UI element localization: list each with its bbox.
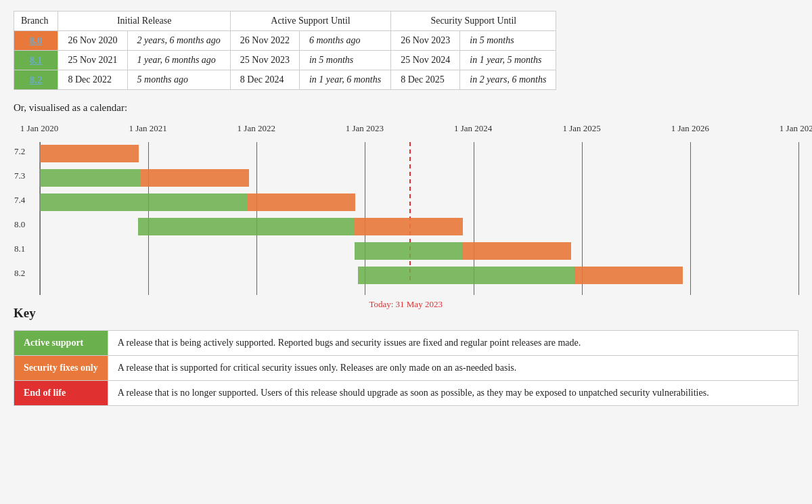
calendar-area: 1 Jan 20201 Jan 20211 Jan 20221 Jan 2023…	[14, 123, 798, 295]
branch-link[interactable]: 8.1	[30, 55, 43, 66]
col-initial: Initial Release	[58, 12, 230, 31]
branch-cell[interactable]: 8.1	[14, 51, 58, 70]
calendar-intro: Or, visualised as a calendar:	[14, 102, 798, 114]
security-relative: in 2 years, 6 months	[460, 70, 556, 90]
gantt-chart: Today: 31 May 20237.27.37.48.08.18.2	[39, 142, 798, 295]
gantt-bar	[40, 193, 247, 211]
branch-link[interactable]: 8.2	[30, 74, 43, 85]
key-section: Key Active support A release that is bei…	[14, 306, 798, 406]
security-date: 25 Nov 2024	[391, 51, 460, 70]
key-description: A release that is being actively support…	[108, 331, 798, 356]
key-row: Security fixes only A release that is su…	[14, 356, 798, 381]
gantt-bar	[574, 267, 683, 284]
gantt-bar	[355, 242, 463, 260]
year-label: 1 Jan 2023	[346, 123, 384, 134]
initial-relative: 1 year, 6 months ago	[127, 51, 230, 70]
active-date: 8 Dec 2024	[230, 70, 299, 90]
key-badge: Security fixes only	[14, 356, 108, 381]
initial-date: 25 Nov 2021	[58, 51, 127, 70]
col-security: Security Support Until	[391, 12, 556, 31]
gantt-bar	[355, 218, 463, 235]
key-row: Active support A release that is being a…	[14, 331, 798, 356]
year-label: 1 Jan 2027	[780, 123, 812, 134]
gantt-bar	[138, 218, 355, 235]
table-row: 8.2 8 Dec 2022 5 months ago 8 Dec 2024 i…	[14, 70, 556, 90]
row-label-81: 8.1	[14, 244, 25, 254]
branch-link[interactable]: 8.0	[30, 35, 43, 46]
initial-relative: 2 years, 6 months ago	[127, 31, 230, 51]
gantt-bar	[358, 267, 574, 284]
security-date: 8 Dec 2025	[391, 70, 460, 90]
security-relative: in 1 year, 5 months	[460, 51, 556, 70]
security-date: 26 Nov 2023	[391, 31, 460, 51]
row-label-74: 7.4	[14, 195, 25, 206]
table-row: 8.1 25 Nov 2021 1 year, 6 months ago 25 …	[14, 51, 556, 70]
initial-relative: 5 months ago	[127, 70, 230, 90]
year-label: 1 Jan 2024	[454, 123, 492, 134]
key-table: Active support A release that is being a…	[14, 330, 798, 406]
year-label: 1 Jan 2025	[563, 123, 601, 134]
gantt-bar	[462, 242, 570, 260]
security-relative: in 5 months	[460, 31, 556, 51]
active-relative: 6 months ago	[299, 31, 390, 51]
row-label-82: 8.2	[14, 268, 25, 279]
gantt-bar	[40, 169, 141, 187]
year-label: 1 Jan 2021	[129, 123, 166, 134]
active-date: 26 Nov 2022	[230, 31, 299, 51]
initial-date: 8 Dec 2022	[58, 70, 127, 90]
today-label: Today: 31 May 2023	[369, 299, 443, 310]
table-row: 8.0 26 Nov 2020 2 years, 6 months ago 26…	[14, 31, 556, 51]
key-badge: End of life	[14, 381, 108, 406]
gantt-bar	[40, 145, 139, 162]
key-description: A release that is no longer supported. U…	[108, 381, 798, 406]
active-relative: in 5 months	[299, 51, 390, 70]
calendar-header: 1 Jan 20201 Jan 20211 Jan 20221 Jan 2023…	[39, 123, 798, 142]
initial-date: 26 Nov 2020	[58, 31, 127, 51]
branch-cell[interactable]: 8.2	[14, 70, 58, 90]
key-row: End of life A release that is no longer …	[14, 381, 798, 406]
year-label: 1 Jan 2026	[671, 123, 709, 134]
release-table: Branch Initial Release Active Support Un…	[14, 11, 556, 90]
branch-cell[interactable]: 8.0	[14, 31, 58, 51]
row-label-72: 7.2	[14, 146, 25, 157]
active-date: 25 Nov 2023	[230, 51, 299, 70]
grid-vline	[690, 142, 691, 295]
gantt-bar	[247, 193, 355, 211]
row-label-80: 8.0	[14, 219, 25, 230]
col-branch: Branch	[14, 12, 58, 31]
col-active: Active Support Until	[230, 12, 390, 31]
year-label: 1 Jan 2022	[238, 123, 275, 134]
key-description: A release that is supported for critical…	[108, 356, 798, 381]
row-label-73: 7.3	[14, 170, 25, 181]
today-vline	[409, 142, 411, 281]
gantt-bar	[141, 169, 249, 187]
key-badge: Active support	[14, 331, 108, 356]
active-relative: in 1 year, 6 months	[299, 70, 390, 90]
grid-vline	[798, 142, 799, 295]
year-label: 1 Jan 2020	[20, 123, 58, 134]
grid-vline	[40, 142, 41, 295]
